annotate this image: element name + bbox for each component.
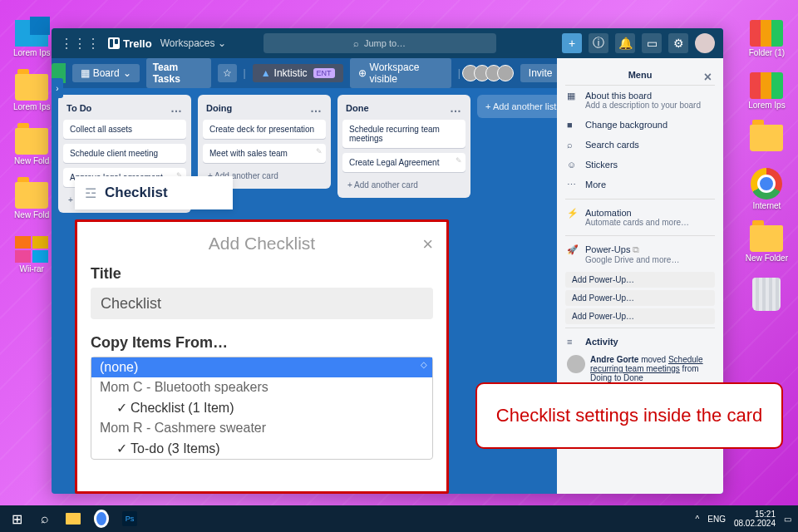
board-icon: ▦ [81, 67, 90, 79]
desktop-icon-trash[interactable] [746, 278, 788, 313]
card[interactable]: Schedule client meeting [63, 144, 186, 163]
workspaces-dropdown[interactable]: Workspaces ⌄ [160, 37, 226, 49]
list-menu-button[interactable]: … [310, 101, 323, 115]
org-button[interactable]: ▲InktisticENT [253, 64, 343, 82]
list-title[interactable]: Doing [206, 103, 232, 113]
card[interactable]: Schedule recurring team meetings [342, 120, 466, 148]
square-icon: ■ [567, 120, 579, 130]
checklist-icon: ☲ [85, 185, 96, 201]
settings-button[interactable]: ⚙ [668, 33, 688, 53]
dropdown-option-checklist[interactable]: ✓To-do (3 Items) [91, 438, 432, 459]
star-button[interactable]: ☆ [218, 64, 237, 82]
checklist-section-header: ☲ Checklist [75, 176, 233, 209]
create-button[interactable]: + [562, 33, 582, 53]
notifications-button[interactable]: 🔔 [615, 33, 635, 53]
menu-subtitle: Automate cards and more… [585, 218, 689, 227]
search-input[interactable]: ⌕Jump to… [264, 33, 496, 53]
title-field-label: Title [91, 265, 433, 283]
desktop-icon-label: Wii-rar [20, 264, 44, 273]
desktop-icon-this-pc[interactable]: Lorem Ips [13, 20, 50, 57]
checklist-label: Checklist [105, 185, 168, 201]
chrome-taskbar-icon[interactable] [91, 509, 111, 529]
add-list-button[interactable]: + Add another list [477, 95, 564, 118]
sidebar-collapse-button[interactable]: › [52, 78, 63, 98]
visibility-button[interactable]: ⊕Workspace visible [350, 58, 451, 88]
user-avatar-icon [567, 355, 585, 373]
checklist-title-input[interactable] [91, 288, 433, 319]
desktop-icon-folder[interactable]: Lorem Ips [13, 74, 50, 111]
list-menu-button[interactable]: … [450, 101, 462, 115]
menu-subtitle: Add a description to your board [585, 101, 701, 110]
copy-from-dropdown[interactable]: (none) Mom C - Bluetooth speakers ✓Check… [91, 357, 433, 460]
menu-automation[interactable]: ⚡AutomationAutomate cards and more… [565, 203, 715, 232]
edit-icon[interactable]: ✎ [456, 156, 462, 165]
dropdown-option-card[interactable]: Mom C - Bluetooth speakers [91, 377, 432, 397]
desktop-icon-label: New Folder [746, 254, 788, 263]
desktop-icon-folder[interactable]: Folder (1) [746, 20, 788, 57]
user-avatar[interactable] [695, 33, 715, 53]
desktop-icon-folder[interactable]: Lorem Ips [746, 72, 788, 110]
list-doing: Doing… Create deck for presentation Meet… [198, 95, 331, 189]
desktop-icon-chrome[interactable]: Internet [746, 168, 788, 210]
photoshop-taskbar-icon[interactable]: Ps [120, 509, 140, 529]
dropdown-option-card[interactable]: Mom R - Cashmere sweater [91, 418, 432, 438]
trello-logo-icon [108, 37, 120, 49]
globe-icon: ⊕ [358, 67, 367, 79]
board-title[interactable]: Team Tasks [146, 58, 211, 88]
desktop-icon-label: New Fold [14, 210, 49, 219]
desktop-icon-folder[interactable]: New Folder [746, 225, 788, 263]
menu-stickers[interactable]: ☺Stickers [565, 155, 715, 175]
apps-icon[interactable]: ⋮⋮⋮ [60, 36, 100, 52]
list-menu-button[interactable]: … [170, 101, 183, 115]
add-checklist-modal: Add Checklist× Title Copy Items From… (n… [75, 219, 449, 494]
desktop-icon-folder[interactable] [746, 125, 788, 153]
board-members[interactable] [467, 65, 514, 81]
external-icon: ⧉ [633, 244, 639, 254]
close-button[interactable]: × [422, 234, 433, 255]
card[interactable]: Collect all assets [63, 120, 186, 139]
menu-powerups[interactable]: 🚀Power-Ups ⧉Google Drive and more… [565, 239, 715, 269]
org-icon: ▲ [261, 67, 271, 79]
tray-notification-icon[interactable]: ▭ [784, 515, 791, 524]
add-powerup-button[interactable]: Add Power-Up… [565, 272, 715, 288]
more-icon: ⋯ [567, 180, 579, 190]
inbox-button[interactable]: ▭ [642, 33, 662, 53]
desktop-icon-folder[interactable]: New Fold [13, 128, 50, 165]
list-title[interactable]: Done [346, 103, 369, 113]
search-icon: ⌕ [567, 140, 579, 150]
sticker-icon: ☺ [567, 160, 579, 170]
tray-clock[interactable]: 15:2108.02.2024 [734, 510, 776, 528]
trello-logo-text: Trello [123, 37, 152, 50]
invite-button[interactable]: Invite [520, 64, 561, 82]
menu-more[interactable]: ⋯More [565, 175, 715, 195]
list-done: Done… Schedule recurring team meetings C… [337, 95, 470, 198]
card[interactable]: Meet with sales team✎ [203, 144, 326, 163]
desktop-icon-folder[interactable]: New Fold [13, 182, 50, 219]
info-button[interactable]: ⓘ [589, 33, 608, 53]
card[interactable]: Create deck for presentation [203, 120, 326, 139]
menu-change-background[interactable]: ■Change background [565, 115, 715, 135]
tray-language[interactable]: ENG [707, 515, 726, 524]
desktop-icon-winrar[interactable]: Wii-rar [13, 236, 50, 273]
menu-search-cards[interactable]: ⌕Search cards [565, 135, 715, 155]
rocket-icon: 🚀 [567, 244, 579, 255]
add-powerup-button[interactable]: Add Power-Up… [565, 290, 715, 306]
dropdown-option-checklist[interactable]: ✓Checklist (1 Item) [91, 397, 432, 418]
add-card-button[interactable]: + Add another card [342, 177, 466, 193]
edit-icon[interactable]: ✎ [316, 147, 323, 155]
trello-top-bar: ⋮⋮⋮ Trello Workspaces ⌄ ⌕Jump to… + ⓘ 🔔 … [52, 28, 723, 58]
list-title[interactable]: To Do [66, 103, 91, 113]
board-icon: ▦ [567, 91, 579, 101]
file-explorer-icon[interactable] [63, 509, 83, 529]
trello-logo[interactable]: Trello [108, 37, 152, 50]
start-button[interactable]: ⊞ [7, 509, 27, 529]
card[interactable]: Create Legal Agreement✎ [342, 153, 466, 172]
board-view-button[interactable]: ▦ Board ⌄ [72, 64, 140, 82]
menu-about-board[interactable]: ▦About this boardAdd a description to yo… [565, 86, 715, 115]
add-powerup-button[interactable]: Add Power-Up… [565, 308, 715, 324]
dropdown-option-none[interactable]: (none) [91, 357, 432, 377]
menu-close-button[interactable]: × [704, 70, 712, 85]
menu-subtitle: Google Drive and more… [585, 255, 679, 264]
tray-chevron-icon[interactable]: ^ [696, 515, 700, 524]
search-button[interactable]: ⌕ [35, 509, 55, 529]
